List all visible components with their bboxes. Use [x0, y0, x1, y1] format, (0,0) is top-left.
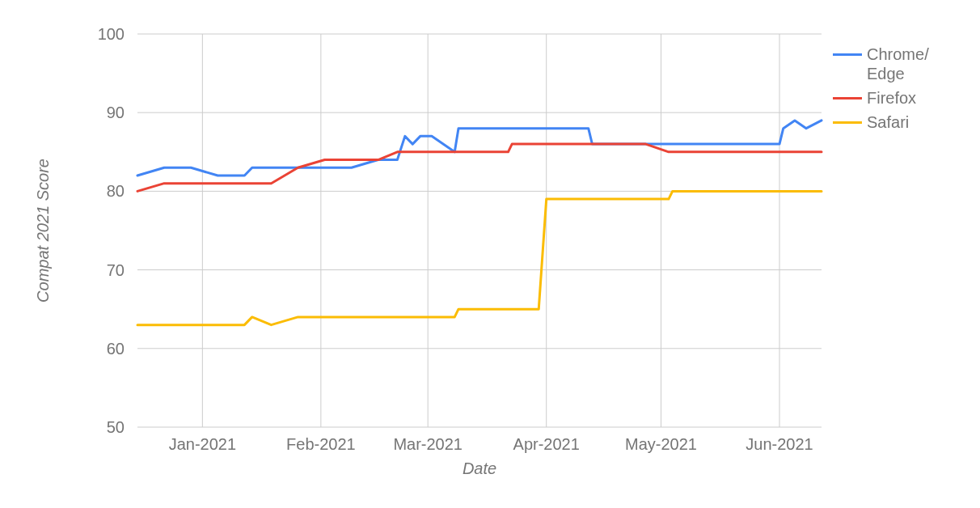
legend-swatch-icon [833, 97, 862, 99]
legend-label: Chrome/ Edge [867, 44, 929, 83]
x-tick-label: Mar-2021 [393, 435, 463, 453]
x-axis-label: Date [463, 459, 496, 477]
y-tick-label: 100 [98, 25, 125, 43]
y-tick-label: 80 [107, 182, 125, 200]
legend-label: Safari [867, 112, 909, 132]
legend-swatch-icon [833, 121, 862, 124]
legend-item-chrome: Chrome/ Edge [833, 44, 929, 83]
x-tick-label: Apr-2021 [513, 435, 580, 453]
legend-label: Firefox [867, 88, 916, 108]
x-tick-label: Jan-2021 [169, 435, 236, 453]
legend-item-firefox: Firefox [833, 88, 929, 108]
y-tick-label: 70 [107, 261, 125, 279]
series-line [137, 144, 822, 191]
x-tick-label: Jun-2021 [746, 435, 813, 453]
y-axis-label: Compat 2021 Score [34, 159, 52, 303]
legend-swatch-icon [833, 53, 862, 56]
chart-container: { "chart_data": { "type": "line", "xlabe… [0, 0, 980, 508]
legend: Chrome/ Edge Firefox Safari [833, 44, 929, 137]
series-line [137, 121, 822, 176]
series-line [137, 191, 822, 324]
x-tick-label: Feb-2021 [286, 435, 356, 453]
y-tick-label: 50 [107, 418, 125, 436]
x-tick-label: May-2021 [625, 435, 697, 453]
legend-item-safari: Safari [833, 112, 929, 132]
y-tick-label: 90 [107, 104, 125, 121]
y-tick-label: 60 [107, 340, 125, 358]
